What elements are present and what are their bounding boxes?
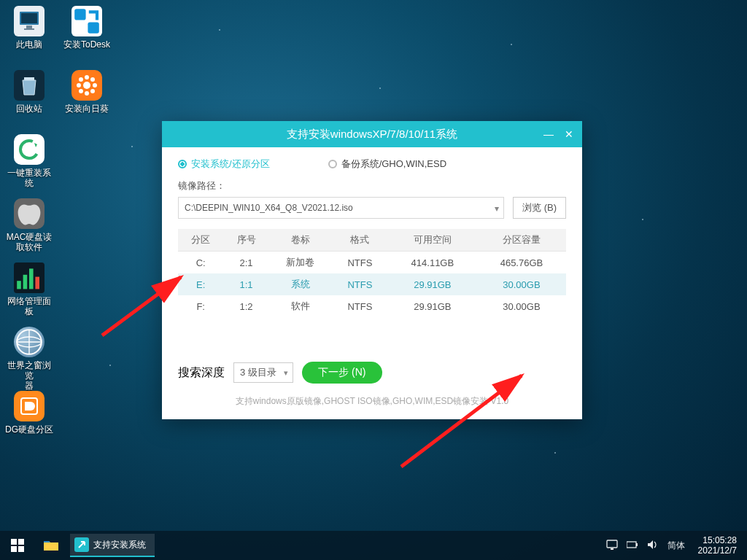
svg-rect-27 [11, 546, 17, 552]
table-header: 序号 [223, 229, 268, 252]
pc-icon [14, 6, 44, 36]
table-cell: 新加卷 [269, 252, 332, 274]
bin-icon [14, 70, 44, 101]
svg-rect-30 [611, 548, 614, 550]
svg-point-15 [85, 75, 89, 79]
svg-point-16 [85, 91, 89, 96]
svg-rect-31 [627, 542, 636, 548]
desktop-icon-label: 安装向日葵 [58, 104, 115, 114]
radio-dot-icon [328, 160, 337, 168]
taskbar-explorer[interactable] [35, 531, 67, 560]
radio-backup-label: 备份系统/GHO,WIN,ESD [341, 158, 446, 171]
tray-ime[interactable]: 简体 [667, 540, 685, 552]
table-row[interactable]: F:1:2软件NTFS29.91GB30.00GB [178, 295, 566, 317]
tray-clock[interactable]: 15:05:28 2021/12/7 [694, 535, 741, 556]
svg-rect-3 [24, 28, 34, 30]
taskbar-task-label: 支持安装系统 [93, 539, 146, 551]
close-button[interactable]: ✕ [559, 124, 579, 144]
svg-rect-7 [29, 268, 34, 289]
macread-icon [14, 198, 44, 229]
table-cell: 2:1 [223, 252, 268, 274]
svg-point-21 [79, 89, 83, 93]
titlebar: 支持安装windowsXP/7/8/10/11系统 — ✕ [162, 121, 582, 147]
table-row[interactable]: C:2:1新加卷NTFS414.11GB465.76GB [178, 252, 566, 274]
image-path-dropdown[interactable]: C:\DEEPIN_WIN10_X64_Q8_V2021.12.iso ▾ [178, 197, 504, 219]
desktop-icon-macread[interactable]: MAC硬盘读取软件 [4, 198, 54, 255]
windows-logo-icon [11, 539, 24, 552]
tray-time: 15:05:28 [698, 535, 737, 545]
svg-rect-8 [35, 277, 39, 289]
desktop-icon-dgdisk[interactable]: DG硬盘分区 [4, 391, 54, 448]
radio-dot-icon [178, 160, 187, 168]
image-path-value: C:\DEEPIN_WIN10_X64_Q8_V2021.12.iso [185, 203, 353, 213]
desktop-icon-label: 世界之窗浏览器 [4, 360, 54, 391]
table-header: 格式 [332, 229, 388, 252]
desktop-icon-bin[interactable]: 回收站 [4, 70, 54, 127]
browser-icon [14, 327, 44, 357]
table-cell: 系统 [269, 273, 332, 295]
desktop-icon-todesk[interactable]: 安装ToDesk [58, 6, 115, 63]
minimize-button[interactable]: — [538, 124, 559, 144]
table-cell: NTFS [332, 273, 388, 295]
search-depth-value: 3 级目录 [240, 366, 276, 379]
svg-point-20 [90, 77, 95, 82]
svg-rect-13 [88, 22, 98, 33]
folder-icon [43, 539, 59, 552]
svg-rect-4 [24, 77, 34, 80]
table-header: 卷标 [269, 229, 332, 252]
sunflower-icon [71, 70, 102, 101]
table-header: 分区容量 [477, 229, 566, 252]
table-cell: 414.11GB [388, 252, 477, 274]
tray-volume-icon[interactable] [647, 540, 659, 552]
table-cell: 465.76GB [477, 252, 566, 274]
tray-network-icon[interactable] [606, 540, 618, 552]
radio-install-restore[interactable]: 安装系统/还原分区 [178, 158, 270, 171]
svg-rect-1 [21, 13, 37, 23]
desktop-icon-pc[interactable]: 此电脑 [4, 6, 54, 63]
taskbar: 支持安装系统 简体 15:05:28 2021/12/7 [0, 531, 747, 560]
taskbar-installer-task[interactable]: 支持安装系统 [70, 534, 155, 557]
table-cell: 29.91GB [388, 273, 477, 295]
svg-rect-2 [26, 26, 32, 28]
reinstall-icon [14, 134, 44, 165]
table-cell: 1:1 [223, 273, 268, 295]
svg-rect-29 [607, 540, 617, 548]
desktop-icon-label: 一键重装系统 [4, 168, 54, 188]
search-depth-label: 搜索深度 [178, 365, 225, 381]
table-cell: 29.91GB [388, 295, 477, 317]
svg-point-19 [79, 77, 83, 82]
tray-date: 2021/12/7 [698, 545, 737, 556]
table-cell: E: [178, 273, 223, 295]
partition-table: 分区序号卷标格式可用空间分区容量 C:2:1新加卷NTFS414.11GB465… [178, 229, 566, 317]
radio-install-label: 安装系统/还原分区 [191, 158, 270, 171]
start-button[interactable] [0, 531, 35, 560]
next-button[interactable]: 下一步 (N) [302, 362, 382, 384]
svg-point-14 [83, 82, 90, 89]
installer-window: 支持安装windowsXP/7/8/10/11系统 — ✕ 安装系统/还原分区 … [162, 121, 582, 419]
desktop-icon-label: 此电脑 [4, 39, 54, 50]
desktop-icon-label: MAC硬盘读取软件 [4, 232, 54, 252]
support-text: 支持windows原版镜像,GHOST ISO镜像,GHO,WIM,ESD镜像安… [178, 395, 566, 408]
table-row[interactable]: E:1:1系统NTFS29.91GB30.00GB [178, 273, 566, 295]
desktop-icon-netpanel[interactable]: 网络管理面板 [4, 262, 54, 319]
desktop: 此电脑回收站一键重装系统MAC硬盘读取软件网络管理面板世界之窗浏览器DG硬盘分区… [0, 0, 747, 560]
search-depth-select[interactable]: 3 级目录 [233, 362, 293, 383]
desktop-icon-label: DG硬盘分区 [4, 424, 54, 435]
radio-backup[interactable]: 备份系统/GHO,WIN,ESD [328, 158, 446, 171]
svg-point-18 [93, 83, 97, 88]
svg-rect-32 [636, 543, 638, 546]
table-cell: F: [178, 295, 223, 317]
browse-button[interactable]: 浏览 (B) [513, 197, 566, 219]
table-cell: NTFS [332, 252, 388, 274]
desktop-icon-reinstall[interactable]: 一键重装系统 [4, 134, 54, 191]
desktop-icon-sunflower[interactable]: 安装向日葵 [58, 70, 115, 127]
svg-rect-28 [18, 546, 24, 552]
table-header: 分区 [178, 229, 223, 252]
table-cell: 30.00GB [477, 295, 566, 317]
svg-point-17 [77, 83, 81, 88]
chevron-down-icon: ▾ [495, 203, 499, 214]
tray-battery-icon[interactable] [627, 540, 638, 551]
desktop-icon-label: 安装ToDesk [58, 39, 115, 50]
image-path-label: 镜像路径： [178, 179, 566, 192]
desktop-icon-browser[interactable]: 世界之窗浏览器 [4, 327, 54, 384]
